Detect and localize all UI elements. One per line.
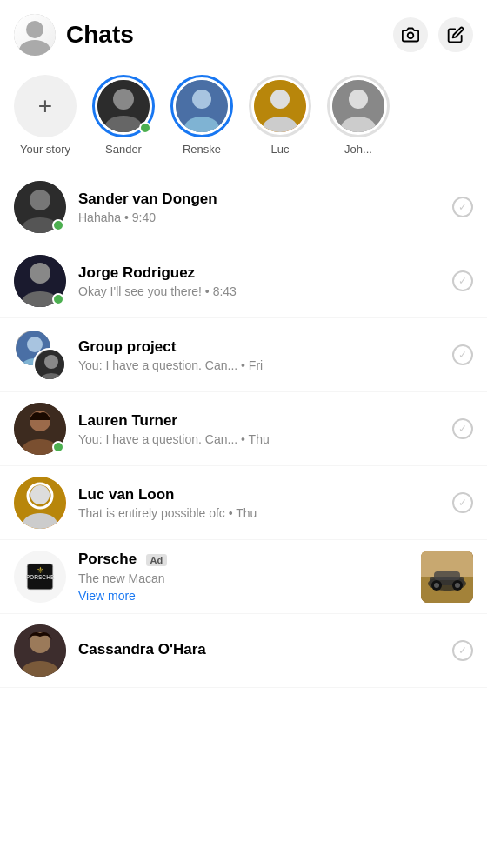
chat-item-jorge[interactable]: Jorge Rodriguez Okay I'll see you there!… <box>0 244 487 318</box>
chat-info: Sander van Dongen Hahaha • 9:40 <box>78 190 440 224</box>
svg-point-0 <box>26 21 43 38</box>
story-item-luc[interactable]: Luc <box>249 75 311 156</box>
online-indicator <box>139 122 151 134</box>
read-receipt: ✓ <box>452 418 473 439</box>
chat-avatar-wrap <box>14 403 66 455</box>
chat-name: Lauren Turner <box>78 412 440 430</box>
avatar <box>14 624 66 677</box>
header-actions <box>393 17 473 52</box>
read-receipt: ✓ <box>452 270 473 291</box>
chat-name-row: Porsche Ad <box>78 551 409 568</box>
chat-preview: The new Macan <box>78 571 165 585</box>
chat-preview: You: I have a question. Can... • Fri <box>78 358 440 372</box>
chat-name: Porsche <box>78 551 137 567</box>
chat-avatar-wrap <box>14 624 66 677</box>
chat-name: Group project <box>78 338 440 356</box>
chat-info: Porsche Ad The new Macan View more <box>78 551 409 603</box>
add-story-label: Your story <box>20 143 70 156</box>
chat-avatar-wrap <box>14 255 66 307</box>
page-title: Chats <box>66 21 393 49</box>
svg-point-13 <box>349 90 368 109</box>
story-label: Joh... <box>344 143 372 156</box>
chat-name: Cassandra O'Hara <box>78 641 440 658</box>
svg-point-25 <box>44 355 58 369</box>
chat-info: Jorge Rodriguez Okay I'll see you there!… <box>78 264 440 298</box>
ad-thumbnail <box>421 551 473 603</box>
online-dot <box>52 441 64 453</box>
chat-preview: Okay I'll see you there! • 8:43 <box>78 284 440 298</box>
story-item-joh[interactable]: Joh... <box>327 75 390 156</box>
chat-avatar-wrap <box>14 329 66 381</box>
svg-point-2 <box>408 33 414 39</box>
svg-text:PORSCHE: PORSCHE <box>26 574 55 580</box>
chat-item-porsche[interactable]: PORSCHE ⚜ Porsche Ad The new Macan View … <box>0 540 487 614</box>
svg-point-1 <box>19 40 50 56</box>
chat-info: Luc van Loon That is entirely possible o… <box>78 486 440 520</box>
story-item-sander[interactable]: Sander <box>92 75 155 156</box>
chat-item-sander[interactable]: Sander van Dongen Hahaha • 9:40 ✓ <box>0 170 487 244</box>
chat-avatar-wrap: PORSCHE ⚜ <box>14 551 66 603</box>
add-story[interactable]: + Your story <box>14 75 77 156</box>
chat-avatar-wrap <box>14 477 66 529</box>
chat-item-group[interactable]: Group project You: I have a question. Ca… <box>0 318 487 392</box>
user-avatar[interactable] <box>14 14 56 56</box>
header: Chats <box>0 0 487 66</box>
chat-info: Group project You: I have a question. Ca… <box>78 338 440 372</box>
svg-point-31 <box>30 485 50 504</box>
online-dot <box>52 293 64 305</box>
chat-list: Sander van Dongen Hahaha • 9:40 ✓ Jorge … <box>0 170 487 688</box>
svg-point-45 <box>455 583 460 588</box>
svg-point-44 <box>434 583 439 588</box>
svg-text:⚜: ⚜ <box>37 565 44 575</box>
story-label: Luc <box>271 143 290 156</box>
chat-info: Cassandra O'Hara <box>78 641 440 661</box>
chat-item-luc[interactable]: Luc van Loon That is entirely possible o… <box>0 466 487 540</box>
chat-name: Jorge Rodriguez <box>78 264 440 282</box>
online-dot <box>52 219 64 231</box>
chat-preview: That is entirely possible ofc • Thu <box>78 506 440 520</box>
group-avatar <box>14 329 66 381</box>
read-receipt: ✓ <box>452 197 473 217</box>
chat-info: Lauren Turner You: I have a question. Ca… <box>78 412 440 446</box>
read-receipt: ✓ <box>452 344 473 365</box>
chat-name: Luc van Loon <box>78 486 440 504</box>
svg-point-10 <box>270 90 290 109</box>
chat-item-lauren[interactable]: Lauren Turner You: I have a question. Ca… <box>0 392 487 466</box>
svg-point-16 <box>30 190 50 210</box>
compose-button[interactable] <box>438 17 473 52</box>
read-receipt: ✓ <box>452 492 473 513</box>
svg-point-4 <box>113 89 134 110</box>
chat-preview: You: I have a question. Can... • Thu <box>78 432 440 446</box>
chat-name: Sander van Dongen <box>78 190 440 208</box>
chat-ad-preview: The new Macan <box>78 571 409 586</box>
svg-point-7 <box>192 90 211 109</box>
camera-button[interactable] <box>393 17 428 52</box>
svg-point-19 <box>30 263 50 284</box>
stories-row: + Your story Sander <box>0 66 487 170</box>
story-item-renske[interactable]: Renske <box>170 75 233 156</box>
porsche-logo: PORSCHE ⚜ <box>14 551 66 603</box>
avatar <box>14 477 66 529</box>
svg-rect-41 <box>434 571 460 580</box>
add-story-button[interactable]: + <box>14 75 77 137</box>
story-label: Renske <box>183 143 221 156</box>
chat-item-cassandra[interactable]: Cassandra O'Hara ✓ <box>0 614 487 688</box>
story-label: Sander <box>105 143 142 156</box>
ad-badge: Ad <box>146 554 168 566</box>
chat-preview: Hahaha • 9:40 <box>78 210 440 224</box>
chat-avatar-wrap <box>14 181 66 233</box>
chat-cta[interactable]: View more <box>78 589 409 603</box>
read-receipt: ✓ <box>452 640 473 661</box>
